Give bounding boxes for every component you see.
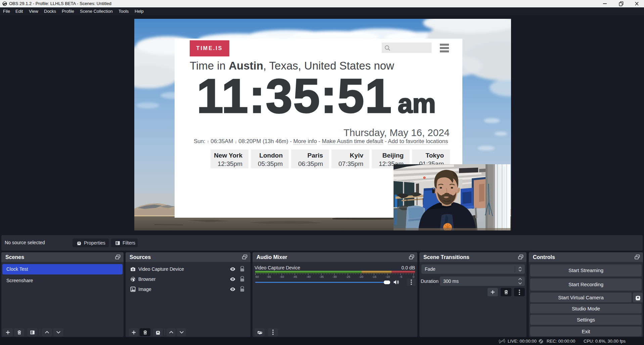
svg-text:-55: -55 [267, 275, 271, 278]
svg-text:-50: -50 [280, 275, 284, 278]
svg-text:-15: -15 [372, 275, 376, 278]
svg-text:-5: -5 [400, 275, 402, 278]
svg-text:0: 0 [413, 275, 414, 278]
svg-text:-45: -45 [293, 275, 297, 278]
svg-text:-30: -30 [332, 275, 337, 278]
svg-text:-10: -10 [385, 275, 390, 278]
svg-text:-40: -40 [306, 275, 311, 278]
svg-text:-25: -25 [346, 275, 350, 278]
svg-text:-20: -20 [359, 275, 363, 278]
svg-text:-60: -60 [255, 275, 259, 278]
svg-text:-35: -35 [319, 275, 324, 278]
